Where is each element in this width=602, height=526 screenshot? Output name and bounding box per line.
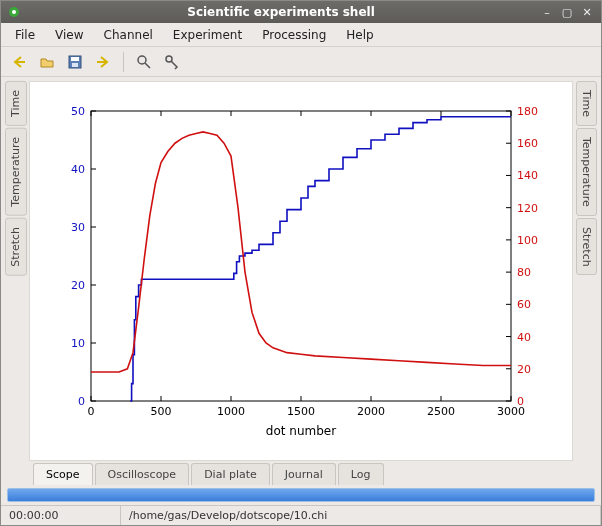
status-time: 00:00:00	[1, 506, 121, 525]
tab-log[interactable]: Log	[338, 463, 384, 485]
bottom-tabs: Scope Oscilloscope Dial plate Journal Lo…	[29, 461, 573, 485]
left-vertical-tabs: Time Temperature Stretch	[5, 81, 27, 485]
svg-text:120: 120	[517, 202, 538, 215]
svg-text:1000: 1000	[217, 405, 245, 418]
tag-button[interactable]	[160, 50, 184, 74]
svg-text:100: 100	[517, 234, 538, 247]
menu-experiment[interactable]: Experiment	[165, 25, 250, 45]
svg-text:20: 20	[517, 363, 531, 376]
svg-rect-8	[91, 111, 511, 401]
tab-journal[interactable]: Journal	[272, 463, 336, 485]
window-title: Scientific experiments shell	[27, 5, 535, 19]
zoom-button[interactable]	[132, 50, 156, 74]
svg-text:60: 60	[517, 298, 531, 311]
statusbar: 00:00:00 /home/gas/Develop/dotscope/10.c…	[1, 505, 601, 525]
tab-scope[interactable]: Scope	[33, 463, 93, 485]
menu-processing[interactable]: Processing	[254, 25, 334, 45]
svg-point-5	[138, 56, 146, 64]
menu-channel[interactable]: Channel	[96, 25, 161, 45]
svg-text:0: 0	[88, 405, 95, 418]
vtab-right-stretch[interactable]: Stretch	[576, 218, 597, 276]
save-button[interactable]	[63, 50, 87, 74]
svg-text:30: 30	[71, 221, 85, 234]
svg-text:20: 20	[71, 279, 85, 292]
vtab-left-stretch[interactable]: Stretch	[5, 218, 27, 276]
svg-text:80: 80	[517, 266, 531, 279]
svg-text:500: 500	[151, 405, 172, 418]
toolbar	[1, 47, 601, 77]
svg-text:180: 180	[517, 105, 538, 118]
svg-text:2000: 2000	[357, 405, 385, 418]
vtab-right-temperature[interactable]: Temperature	[576, 128, 597, 216]
minimize-button[interactable]: –	[539, 5, 555, 19]
svg-text:0: 0	[517, 395, 524, 408]
svg-text:1500: 1500	[287, 405, 315, 418]
progress-row	[1, 485, 601, 505]
plot-area[interactable]: 0500100015002000250030000102030405002040…	[29, 81, 573, 461]
vtab-left-temperature[interactable]: Temperature	[5, 128, 27, 216]
tab-dial-plate[interactable]: Dial plate	[191, 463, 270, 485]
svg-point-1	[12, 10, 16, 14]
svg-rect-4	[72, 63, 78, 67]
right-vertical-tabs: Time Temperature Stretch	[575, 81, 597, 485]
maximize-button[interactable]: ▢	[559, 5, 575, 19]
svg-text:40: 40	[517, 331, 531, 344]
status-path: /home/gas/Develop/dotscope/10.chi	[121, 506, 601, 525]
app-icon	[7, 5, 21, 19]
svg-text:40: 40	[71, 163, 85, 176]
svg-text:50: 50	[71, 105, 85, 118]
svg-text:140: 140	[517, 169, 538, 182]
toolbar-separator	[123, 52, 124, 72]
forward-button[interactable]	[91, 50, 115, 74]
back-button[interactable]	[7, 50, 31, 74]
vtab-right-time[interactable]: Time	[576, 81, 597, 126]
svg-line-6	[145, 63, 150, 68]
svg-text:dot number: dot number	[266, 424, 336, 438]
menu-file[interactable]: File	[7, 25, 43, 45]
progress-bar	[7, 488, 595, 502]
svg-text:2500: 2500	[427, 405, 455, 418]
svg-rect-3	[71, 57, 79, 61]
tab-oscilloscope[interactable]: Oscilloscope	[95, 463, 190, 485]
svg-text:10: 10	[71, 337, 85, 350]
chart-svg: 0500100015002000250030000102030405002040…	[41, 101, 561, 441]
content-area: Time Temperature Stretch 050010001500200…	[1, 77, 601, 485]
menubar: File View Channel Experiment Processing …	[1, 23, 601, 47]
titlebar: Scientific experiments shell – ▢ ✕	[1, 1, 601, 23]
svg-text:160: 160	[517, 137, 538, 150]
center-panel: 0500100015002000250030000102030405002040…	[29, 81, 573, 485]
open-button[interactable]	[35, 50, 59, 74]
svg-text:0: 0	[78, 395, 85, 408]
app-window: Scientific experiments shell – ▢ ✕ File …	[0, 0, 602, 526]
vtab-left-time[interactable]: Time	[5, 81, 27, 126]
close-button[interactable]: ✕	[579, 5, 595, 19]
menu-help[interactable]: Help	[338, 25, 381, 45]
menu-view[interactable]: View	[47, 25, 91, 45]
